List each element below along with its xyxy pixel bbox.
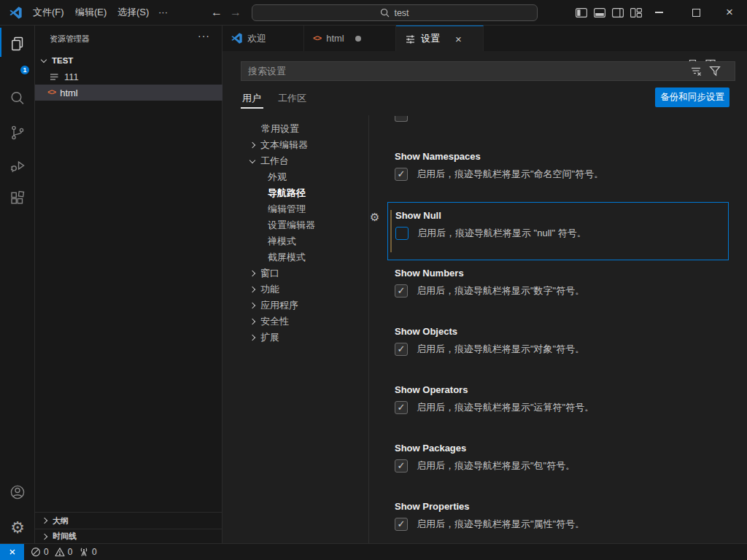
- menu-file[interactable]: 文件(F): [26, 0, 71, 25]
- chevron-right-icon: [249, 287, 255, 292]
- menu-selection[interactable]: 选择(S): [111, 0, 155, 25]
- close-window-button[interactable]: ×: [719, 0, 740, 25]
- setting-title: Show Objects: [395, 326, 457, 337]
- checkbox[interactable]: ✓: [395, 343, 408, 356]
- setting-show-packages: Show Packages ✓启用后，痕迹导航栏将显示"包"符号。: [387, 435, 729, 494]
- source-control-icon[interactable]: [0, 117, 35, 149]
- chevron-right-icon: [249, 335, 255, 341]
- setting-actions-gear-icon[interactable]: ⚙: [370, 211, 379, 224]
- radio-tower-icon: [79, 547, 89, 557]
- toc-item-extensions[interactable]: 扩展: [222, 330, 368, 346]
- customize-layout-icon[interactable]: [630, 7, 642, 18]
- file-row-111[interactable]: 111: [35, 69, 222, 85]
- settings-search-input[interactable]: [241, 61, 735, 81]
- chevron-right-icon: [42, 518, 47, 524]
- toggle-panel-icon[interactable]: [593, 7, 605, 18]
- editor-tab-bar: 欢迎 <> html 设置 × ···: [222, 26, 747, 51]
- remote-icon: [7, 547, 18, 557]
- clear-settings-search-icon[interactable]: [690, 66, 702, 77]
- toc-item-security[interactable]: 安全性: [222, 314, 368, 330]
- toc-item-window[interactable]: 窗口: [222, 265, 368, 281]
- setting-show-numbers: Show Numbers ✓启用后，痕迹导航栏将显示"数字"符号。: [387, 260, 729, 319]
- remote-indicator[interactable]: [0, 544, 24, 560]
- vscode-logo-icon: [231, 33, 242, 44]
- clipped-checkbox: [395, 116, 408, 122]
- scope-tab-user[interactable]: 用户: [242, 92, 261, 105]
- checkbox[interactable]: ✓: [395, 518, 408, 531]
- toc-item-workbench[interactable]: 工作台: [222, 153, 368, 169]
- problems-status[interactable]: 0 0: [31, 544, 72, 560]
- timeline-section[interactable]: 时间线: [35, 529, 222, 543]
- file-label: html: [60, 88, 78, 98]
- run-debug-icon[interactable]: [0, 149, 35, 182]
- filter-settings-icon[interactable]: [709, 65, 721, 77]
- setting-description: 启用后，痕迹导航栏将显示"运算符"符号。: [417, 401, 594, 414]
- tab-welcome[interactable]: 欢迎: [222, 26, 304, 51]
- maximize-button[interactable]: [685, 0, 707, 25]
- checkbox[interactable]: ✓: [395, 401, 408, 414]
- ports-status[interactable]: 0: [79, 544, 97, 560]
- explorer-more-actions[interactable]: ···: [198, 30, 210, 42]
- toc-item-appearance[interactable]: 外观: [222, 169, 368, 185]
- command-center-text: test: [394, 8, 409, 18]
- checkbox[interactable]: ✓: [395, 459, 408, 472]
- chevron-right-icon: [249, 319, 255, 324]
- setting-show-operators: Show Operators ✓启用后，痕迹导航栏将显示"运算符"符号。: [387, 377, 729, 435]
- setting-title: Show Numbers: [395, 268, 464, 279]
- checkbox[interactable]: ✓: [395, 168, 408, 181]
- chevron-right-icon: [42, 533, 47, 539]
- explorer-badge: 1: [19, 64, 31, 76]
- settings-gear-icon[interactable]: ⚙: [0, 511, 35, 543]
- back-button[interactable]: ←: [208, 0, 225, 25]
- warning-icon: [55, 547, 65, 557]
- command-center-search[interactable]: test: [252, 4, 538, 21]
- tab-settings[interactable]: 设置 ×: [396, 26, 484, 51]
- chevron-right-icon: [249, 303, 255, 308]
- menu-more[interactable]: ···: [152, 0, 174, 25]
- setting-title: Show Null: [395, 210, 441, 221]
- timeline-label: 时间线: [53, 531, 77, 542]
- search-view-icon[interactable]: [0, 82, 35, 114]
- setting-description: 启用后，痕迹导航栏将显示"对象"符号。: [417, 343, 584, 356]
- toc-item-commonly-used[interactable]: 常用设置: [222, 121, 368, 137]
- file-row-html[interactable]: <> html: [35, 85, 222, 101]
- checkbox[interactable]: [395, 227, 409, 240]
- vscode-window: 文件(F) 编辑(E) 选择(S) ··· ← → test ×: [0, 0, 747, 560]
- outline-section[interactable]: 大纲: [35, 512, 222, 529]
- folder-row-test[interactable]: TEST: [35, 52, 222, 69]
- chevron-right-icon: [249, 142, 255, 148]
- settings-sliders-icon: [405, 34, 416, 44]
- file-label: 111: [64, 71, 79, 82]
- toc-item-screencast-mode[interactable]: 截屏模式: [222, 249, 368, 265]
- toc-item-application[interactable]: 应用程序: [222, 298, 368, 314]
- menu-edit[interactable]: 编辑(E): [69, 0, 113, 25]
- tab-label: 欢迎: [247, 32, 266, 45]
- checkbox[interactable]: ✓: [395, 284, 408, 298]
- explorer-icon[interactable]: [0, 28, 35, 60]
- toggle-secondary-sidebar-icon[interactable]: [611, 7, 624, 18]
- toc-item-settings-editor[interactable]: 设置编辑器: [222, 217, 368, 233]
- toc-item-features[interactable]: 功能: [222, 281, 368, 298]
- extensions-icon[interactable]: [0, 182, 35, 214]
- backup-sync-settings-button[interactable]: 备份和同步设置: [655, 88, 729, 107]
- close-tab-icon[interactable]: ×: [455, 34, 462, 44]
- setting-show-namespaces: Show Namespaces ✓启用后，痕迹导航栏将显示"命名空间"符号。: [387, 144, 729, 202]
- tab-html[interactable]: <> html: [304, 26, 396, 51]
- toc-item-text-editor[interactable]: 文本编辑器: [222, 137, 368, 153]
- forward-button[interactable]: →: [227, 0, 244, 25]
- warning-count: 0: [68, 547, 73, 557]
- chevron-down-icon: [41, 56, 47, 62]
- toc-item-zen-mode[interactable]: 禅模式: [222, 233, 368, 249]
- list-file-icon: [49, 71, 59, 82]
- modified-dot-icon: [355, 36, 361, 42]
- scope-tab-workspace[interactable]: 工作区: [278, 92, 306, 105]
- minimize-button[interactable]: [648, 0, 670, 25]
- toc-item-editor-management[interactable]: 编辑管理: [222, 201, 368, 217]
- ports-count: 0: [92, 547, 97, 557]
- setting-description: 启用后，痕迹导航栏将显示"属性"符号。: [417, 518, 584, 531]
- toc-content-divider: [368, 115, 369, 543]
- outline-label: 大纲: [53, 516, 69, 526]
- toggle-primary-sidebar-icon[interactable]: [575, 7, 587, 18]
- toc-item-breadcrumbs[interactable]: 导航路径: [222, 185, 368, 201]
- account-icon[interactable]: [0, 476, 35, 508]
